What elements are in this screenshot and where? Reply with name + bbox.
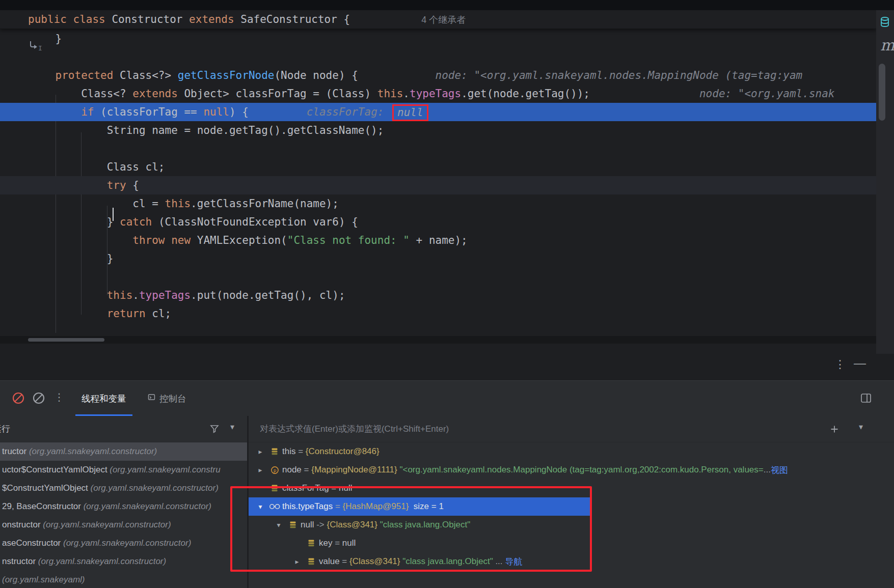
- svg-text:p: p: [273, 467, 276, 473]
- tab-console[interactable]: 控制台: [142, 381, 193, 416]
- code-token: + name);: [410, 234, 468, 246]
- mute-breakpoints-icon[interactable]: [11, 391, 25, 407]
- frame-location: $ConstructYamlObject: [2, 483, 88, 493]
- code-token: new: [171, 234, 197, 246]
- frame-location: 29, BaseConstructor: [2, 501, 81, 511]
- code-token: cl;: [152, 307, 171, 320]
- view-link[interactable]: 视图: [771, 464, 788, 476]
- tab-threads-variables[interactable]: 线程和变量: [75, 381, 132, 416]
- code-token: .get(node.getTag());: [461, 88, 590, 100]
- toolbar-more-icon[interactable]: ⋮: [54, 391, 64, 403]
- tree-chevron-icon[interactable]: ▸: [254, 466, 267, 474]
- variable-text: {Constructor@846}: [306, 446, 380, 457]
- stack-frame-row[interactable]: tructor (org.yaml.snakeyaml.constructor): [0, 442, 247, 461]
- stack-frame-row[interactable]: $ConstructYamlObject (org.yaml.snakeyaml…: [0, 479, 247, 497]
- code-line[interactable]: String name = node.getTag().getClassName…: [0, 121, 876, 139]
- annotation-red-box-variables: [230, 486, 592, 572]
- code-line[interactable]: }: [0, 30, 876, 48]
- code-token: .: [403, 88, 410, 100]
- svg-text:I: I: [38, 44, 42, 52]
- code-line[interactable]: try {: [0, 176, 876, 194]
- code-token: [30, 106, 81, 118]
- code-token: throw: [132, 234, 171, 246]
- chevron-down-icon[interactable]: ▾: [859, 422, 863, 432]
- frame-package: (org.yaml.snakeyaml.constructor): [61, 538, 191, 548]
- code-line[interactable]: if (classForTag == null) { classForTag: …: [0, 103, 876, 121]
- frame-package: (org.yaml.snakeyaml.constru: [107, 465, 221, 474]
- code-token: Class<?>: [120, 69, 178, 81]
- frames-pane: 运行 ▾ tructor (org.yaml.snakeyaml.constru…: [0, 416, 248, 588]
- code-token: [30, 88, 81, 100]
- add-watch-icon[interactable]: [829, 424, 839, 436]
- code-line[interactable]: cl = this.getClassForName(name);: [0, 194, 876, 213]
- code-token: .: [132, 289, 139, 301]
- editor-right-toolbar: m: [876, 10, 894, 354]
- stack-frame-row[interactable]: nstructor (org.yaml.snakeyaml.constructo…: [0, 552, 247, 571]
- code-area[interactable]: } protected Class<?> getClassForNode(Nod…: [0, 30, 876, 323]
- inheritors-hint[interactable]: 4 个继承者: [421, 15, 466, 25]
- code-token: typeTags: [410, 88, 461, 100]
- frame-location: tructor: [2, 446, 26, 456]
- variable-text: =: [302, 465, 311, 475]
- tree-chevron-icon[interactable]: ▸: [254, 447, 267, 456]
- hide-panel-icon[interactable]: —: [854, 356, 866, 370]
- maven-icon[interactable]: m: [880, 37, 894, 54]
- code-token: ) {: [229, 106, 249, 118]
- code-line[interactable]: [0, 48, 876, 66]
- variable-text: {MappingNode@1111}: [311, 465, 399, 475]
- debug-toolbar: ⋮ 线程和变量 控制台: [0, 380, 894, 416]
- code-line[interactable]: protected Class<?> getClassForNode(Node …: [0, 66, 876, 85]
- horizontal-scrollbar[interactable]: [0, 336, 876, 344]
- code-line[interactable]: Class<? extends Object> classForTag = (C…: [0, 85, 876, 103]
- layout-settings-icon[interactable]: [860, 392, 872, 406]
- code-line[interactable]: return cl;: [0, 304, 876, 323]
- code-line[interactable]: [0, 268, 876, 286]
- evaluate-bar[interactable]: 对表达式求值(Enter)或添加监视(Ctrl+Shift+Enter) ▾: [249, 416, 894, 442]
- window-top-strip: [0, 0, 894, 10]
- code-line[interactable]: throw new YAMLException("Class not found…: [0, 231, 876, 249]
- stack-frame-row[interactable]: (org.yaml.snakeyaml): [0, 571, 247, 588]
- frame-package: (org.yaml.snakeyaml.constructor): [88, 483, 219, 493]
- more-options-icon[interactable]: ⋮: [834, 358, 846, 371]
- stack-frame-row[interactable]: 29, BaseConstructor (org.yaml.snakeyaml.…: [0, 497, 247, 516]
- code-token: [30, 289, 107, 301]
- vertical-scrollbar-thumb[interactable]: [879, 64, 885, 121]
- frame-package: (org.yaml.snakeyaml.constructor): [41, 520, 171, 529]
- stack-frame-row[interactable]: onstructor (org.yaml.snakeyaml.construct…: [0, 516, 247, 534]
- database-icon[interactable]: [879, 16, 890, 30]
- variable-text: =: [295, 446, 305, 457]
- code-token: Class<?: [81, 88, 132, 100]
- code-line[interactable]: Class cl;: [0, 158, 876, 176]
- code-token: (Node node) {: [274, 69, 358, 81]
- horizontal-scrollbar-thumb[interactable]: [28, 338, 104, 342]
- code-token: }: [30, 216, 120, 228]
- variable-row[interactable]: ▸this = {Constructor@846}: [249, 442, 894, 461]
- code-line[interactable]: } catch (ClassNotFoundException var6) {: [0, 213, 876, 231]
- text-cursor-icon: I: [26, 39, 44, 58]
- evaluate-expression-input[interactable]: 对表达式求值(Enter)或添加监视(Ctrl+Shift+Enter): [260, 423, 449, 435]
- chevron-down-icon[interactable]: ▾: [230, 422, 234, 432]
- sticky-code: public class Constructor extends SafeCon…: [28, 13, 350, 25]
- stack-frame-row[interactable]: aseConstructor (org.yaml.snakeyaml.const…: [0, 534, 247, 552]
- code-token: Constructor: [112, 13, 189, 25]
- variable-row[interactable]: ▸pnode = {MappingNode@1111} "<org.yaml.s…: [249, 461, 894, 479]
- code-line[interactable]: }: [0, 249, 876, 268]
- frames-header: 运行 ▾: [0, 416, 247, 442]
- code-line[interactable]: [0, 139, 876, 158]
- code-token: Class cl;: [30, 161, 165, 173]
- frame-location: nstructor: [2, 556, 36, 566]
- code-token: (ClassNotFoundException var6) {: [158, 216, 358, 228]
- code-token: public: [28, 13, 73, 25]
- stack-frames-list: tructor (org.yaml.snakeyaml.constructor)…: [0, 442, 247, 588]
- code-token: classForTag:: [307, 106, 390, 118]
- stack-frame-row[interactable]: uctor$ConstructYamlObject (org.yaml.snak…: [0, 461, 247, 479]
- code-token: protected: [56, 69, 120, 81]
- sticky-class-header[interactable]: public class Constructor extends SafeCon…: [0, 10, 876, 29]
- filter-funnel-icon[interactable]: [210, 424, 219, 435]
- annotation-red-box-null: null: [392, 104, 428, 121]
- parameter-icon: p: [267, 466, 282, 474]
- code-token: [30, 179, 107, 191]
- disabled-breakpoint-icon[interactable]: [32, 391, 46, 407]
- code-line[interactable]: this.typeTags.put(node.getTag(), cl);: [0, 286, 876, 304]
- code-token: [30, 69, 56, 81]
